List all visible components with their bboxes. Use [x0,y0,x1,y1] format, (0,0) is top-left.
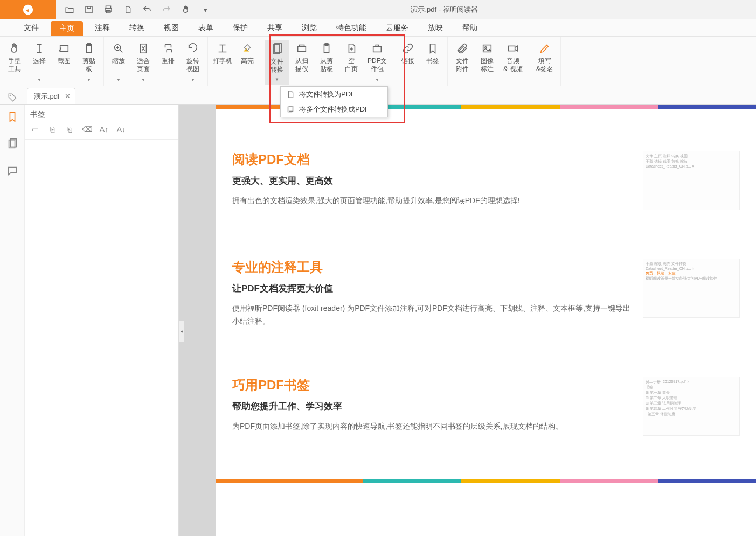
section2-body: 使用福昕PDF阅读器 (foxit reader) 为PDF文件添加注释,可对P… [232,302,635,328]
collapse-handle[interactable]: ◂ [179,321,184,342]
bookmarks-toolbar: ▭ ⎘ ⎗ ⌫ A↑ A↓ [25,123,178,140]
bm-new-icon[interactable]: ⎗ [65,125,74,135]
menu-form[interactable]: 表单 [191,20,221,36]
ribbon: 手型 工具 选择▼ 截图 剪贴 板▼ 缩放▼ 适合 页面▼ 重排 旋转 视图▼ … [0,37,756,86]
scanner-icon [295,42,308,55]
ribbon-attachment[interactable]: 文件 附件 [450,40,475,85]
redo-icon[interactable] [162,5,171,15]
section2-heading: 专业的注释工具 [232,259,635,276]
svg-rect-15 [483,45,491,52]
hand-icon[interactable] [181,5,191,15]
undo-icon[interactable] [142,5,152,15]
doc-section-1: 阅读PDF文档 更强大、更实用、更高效 拥有出色的文档渲染效果,强大的页面管理功… [216,109,756,232]
image-icon [481,42,494,55]
bm-delete-icon[interactable]: ⌫ [82,125,92,135]
nav-sidebar [0,105,25,536]
clipboard-icon [320,42,333,55]
section1-thumbnail: 文件 主页 注释 转换 视图手型 选择 截图 剪贴 缩放Datasheet_Re… [643,151,740,210]
tag-icon[interactable] [8,93,14,104]
menu-home[interactable]: 主页 [51,21,83,36]
main-area: 书签 ▭ ⎘ ⎗ ⌫ A↑ A↓ ◂ 阅读PDF文档 更强大、更实用、更高效 拥… [0,105,756,536]
save-icon[interactable] [84,5,94,15]
bookmarks-title: 书签 [25,105,178,123]
qa-dropdown-icon[interactable]: ▾ [200,5,210,15]
svg-rect-11 [298,46,306,51]
document-canvas[interactable]: ◂ 阅读PDF文档 更强大、更实用、更高效 拥有出色的文档渲染效果,强大的页面管… [179,105,756,536]
ribbon-file-convert[interactable]: 文件 转换▼ [265,40,289,85]
nav-bookmark-icon[interactable] [6,111,18,123]
ribbon-zoom[interactable]: 缩放▼ [106,40,131,85]
ribbon-select[interactable]: 选择▼ [27,40,52,85]
bookmarks-panel: 书签 ▭ ⎘ ⎗ ⌫ A↑ A↓ [25,105,179,536]
bm-expand-icon[interactable]: ▭ [30,125,40,135]
document-tab[interactable]: 演示.pdf ✕ [27,88,75,104]
clipboard-icon [82,42,95,55]
section3-heading: 巧用PDF书签 [232,377,635,394]
menu-help[interactable]: 帮助 [455,20,485,36]
screenshot-icon [58,42,71,55]
ribbon-pdf-package[interactable]: PDF文 件包▼ [364,40,391,85]
ribbon-from-scanner[interactable]: 从扫 描仪 [289,40,314,85]
bookmark-icon [426,42,439,55]
ribbon-blank-page[interactable]: 空 白页 [339,40,364,85]
svg-rect-17 [509,46,515,51]
ribbon-fill-sign[interactable]: 填写 &签名 [531,40,558,85]
briefcase-icon [371,42,384,55]
section3-subheading: 帮助您提升工作、学习效率 [232,400,635,413]
typewriter-icon [216,42,229,55]
menu-browse[interactable]: 浏览 [294,20,324,36]
menu-protect[interactable]: 保护 [225,20,255,36]
page-icon[interactable] [123,5,133,15]
nav-pages-icon[interactable] [6,138,18,150]
print-icon[interactable] [103,5,113,15]
menu-play[interactable]: 放映 [420,20,450,36]
ribbon-bookmark[interactable]: 书签 [420,40,445,85]
reflow-icon [162,42,175,55]
ribbon-rotate[interactable]: 旋转 视图▼ [181,40,205,85]
section1-heading: 阅读PDF文档 [232,151,635,168]
ribbon-typewriter[interactable]: 打字机 [210,40,235,85]
ribbon-screenshot[interactable]: 截图 [52,40,77,85]
ribbon-audio-video[interactable]: 音频 & 视频 [500,40,526,85]
ribbon-highlight[interactable]: 高亮 [235,40,260,85]
file-convert-dropdown: 将文件转换为PDF 将多个文件转换成PDF [280,86,388,117]
ribbon-reflow[interactable]: 重排 [156,40,181,85]
svg-rect-4 [60,46,68,52]
app-logo[interactable] [0,0,56,19]
fitpage-icon [137,42,150,55]
menu-annotate[interactable]: 注释 [87,20,117,36]
files-icon [286,105,295,114]
open-icon[interactable] [65,5,74,15]
dropdown-convert-file[interactable]: 将文件转换为PDF [281,87,387,102]
bm-textsize-down-icon[interactable]: A↓ [116,125,126,135]
ribbon-clipboard[interactable]: 剪贴 板▼ [77,40,101,85]
ribbon-hand-tool[interactable]: 手型 工具 [2,40,27,85]
pdf-page: 阅读PDF文档 更强大、更实用、更高效 拥有出色的文档渲染效果,强大的页面管理功… [216,105,756,536]
ribbon-link[interactable]: 链接 [396,40,420,85]
section3-thumbnail: 员工手册_20120917.pdf ×书签⊞ 第一章 简介⊞ 第二章 入职管理⊞… [643,377,740,436]
section1-body: 拥有出色的文档渲染效果,强大的页面管理功能,帮助提升效率,是您阅读PDF的理想选… [232,194,635,207]
zoom-icon [112,42,125,55]
ribbon-image-annot[interactable]: 图像 标注 [475,40,500,85]
menu-convert[interactable]: 转换 [122,20,152,36]
svg-rect-14 [373,46,382,52]
ribbon-from-clipboard[interactable]: 从剪 贴板 [314,40,339,85]
hand-icon [8,42,21,55]
nav-comments-icon[interactable] [6,165,18,177]
file-convert-icon [271,43,283,55]
ribbon-fitpage[interactable]: 适合 页面▼ [131,40,156,85]
bm-textsize-up-icon[interactable]: A↑ [99,125,109,135]
document-tab-label: 演示.pdf [34,92,60,101]
blank-page-icon [345,42,358,55]
menu-file[interactable]: 文件 [16,20,46,36]
dropdown-convert-multi[interactable]: 将多个文件转换成PDF [281,102,387,117]
menu-share[interactable]: 共享 [260,20,290,36]
close-icon[interactable]: ✕ [65,92,71,100]
menu-special[interactable]: 特色功能 [329,20,374,36]
highlight-icon [241,42,254,55]
section1-subheading: 更强大、更实用、更高效 [232,175,635,187]
menu-cloud[interactable]: 云服务 [378,20,416,36]
bm-add-icon[interactable]: ⎘ [47,125,57,135]
quick-access-toolbar: ▾ [56,5,219,15]
menu-view[interactable]: 视图 [156,20,186,36]
